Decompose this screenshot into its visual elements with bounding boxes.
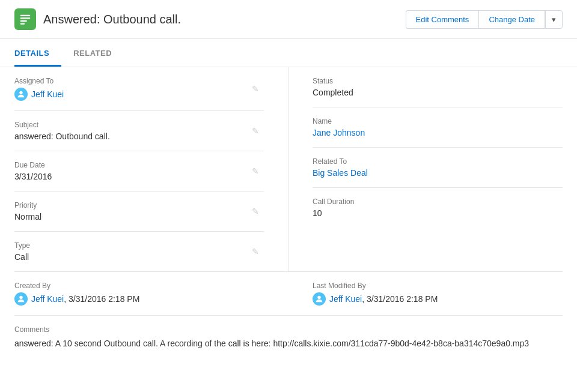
subject-field: Subject answered: Outbound call. ✎ [14,111,264,151]
due-date-field: Due Date 3/31/2016 ✎ [14,151,264,191]
priority-field: Priority Normal ✎ [14,191,264,232]
type-value: Call [14,252,264,262]
assigned-to-field: Assigned To Jeff Kuei ✎ [14,67,264,111]
last-modified-by-date: , 3/31/2016 2:18 PM [362,294,438,304]
created-by-field: Created By Jeff Kuei, 3/31/2016 2:18 PM [14,282,288,306]
priority-label: Priority [14,201,264,210]
assigned-to-value[interactable]: Jeff Kuei [31,89,64,99]
svg-point-6 [317,296,320,299]
svg-rect-1 [20,17,31,19]
subject-edit-icon[interactable]: ✎ [252,126,259,136]
assigned-to-label: Assigned To [14,77,264,85]
right-column: Status Completed Name Jane Johnson Relat… [288,67,563,271]
svg-rect-0 [20,15,31,16]
header-left: Answered: Outbound call. [14,8,181,30]
due-date-edit-icon[interactable]: ✎ [252,166,259,176]
tabs-bar: DETAILS RELATED [0,41,577,67]
change-date-button[interactable]: Change Date [478,10,545,29]
header-actions: Edit Comments Change Date ▾ [406,10,563,29]
edit-comments-button[interactable]: Edit Comments [406,10,479,29]
related-to-field: Related To Big Sales Deal [313,148,563,188]
last-modified-by-label: Last Modified By [313,282,563,290]
last-modified-by-user-row: Jeff Kuei, 3/31/2016 2:18 PM [313,292,563,306]
due-date-label: Due Date [14,161,264,169]
app-icon [14,8,36,30]
svg-rect-3 [20,23,25,24]
status-value: Completed [313,88,563,97]
footer-row: Created By Jeff Kuei, 3/31/2016 2:18 PM … [14,271,563,315]
svg-rect-2 [20,20,27,22]
status-field: Status Completed [313,67,563,107]
created-by-link[interactable]: Jeff Kuei [31,294,64,304]
subject-value: answered: Outbound call. [14,131,264,141]
name-field: Name Jane Johnson [313,107,563,148]
svg-point-5 [19,296,22,299]
call-duration-label: Call Duration [313,198,563,206]
comments-text: answered: A 10 second Outbound call. A r… [14,337,563,350]
created-by-label: Created By [14,282,264,290]
left-column: Assigned To Jeff Kuei ✎ Subject answered… [14,67,288,271]
type-edit-icon[interactable]: ✎ [252,247,259,256]
assigned-to-user-row: Jeff Kuei [14,88,264,101]
page-header: Answered: Outbound call. Edit Comments C… [0,0,577,39]
name-value[interactable]: Jane Johnson [313,128,563,137]
dropdown-button[interactable]: ▾ [545,10,563,29]
subject-label: Subject [14,121,264,129]
content-area: Assigned To Jeff Kuei ✎ Subject answered… [0,67,577,360]
priority-edit-icon[interactable]: ✎ [252,207,259,216]
created-by-user-row: Jeff Kuei, 3/31/2016 2:18 PM [14,292,264,306]
priority-value: Normal [14,212,264,222]
related-to-value[interactable]: Big Sales Deal [313,168,563,178]
call-duration-field: Call Duration 10 [313,188,563,228]
created-by-value: Jeff Kuei, 3/31/2016 2:18 PM [31,294,139,304]
created-by-date: , 3/31/2016 2:18 PM [64,294,139,304]
comments-label: Comments [14,325,563,334]
tab-details[interactable]: DETAILS [14,41,61,67]
two-column-layout: Assigned To Jeff Kuei ✎ Subject answered… [14,67,563,271]
due-date-value: 3/31/2016 [14,172,264,181]
assigned-to-edit-icon[interactable]: ✎ [252,84,259,94]
related-to-label: Related To [313,157,563,166]
svg-point-4 [19,91,22,94]
status-label: Status [313,77,563,85]
created-by-avatar [14,292,28,306]
last-modified-by-value: Jeff Kuei, 3/31/2016 2:18 PM [329,294,438,304]
page-title: Answered: Outbound call. [43,13,181,26]
last-modified-by-field: Last Modified By Jeff Kuei, 3/31/2016 2:… [288,282,563,306]
name-label: Name [313,117,563,125]
type-field: Type Call ✎ [14,232,264,271]
last-modified-by-link[interactable]: Jeff Kuei [329,294,362,304]
tab-related[interactable]: RELATED [73,41,124,67]
assigned-to-avatar [14,88,28,101]
comments-section: Comments answered: A 10 second Outbound … [14,315,563,360]
last-modified-by-avatar [313,292,326,306]
call-duration-value: 10 [313,208,563,218]
type-label: Type [14,241,264,250]
